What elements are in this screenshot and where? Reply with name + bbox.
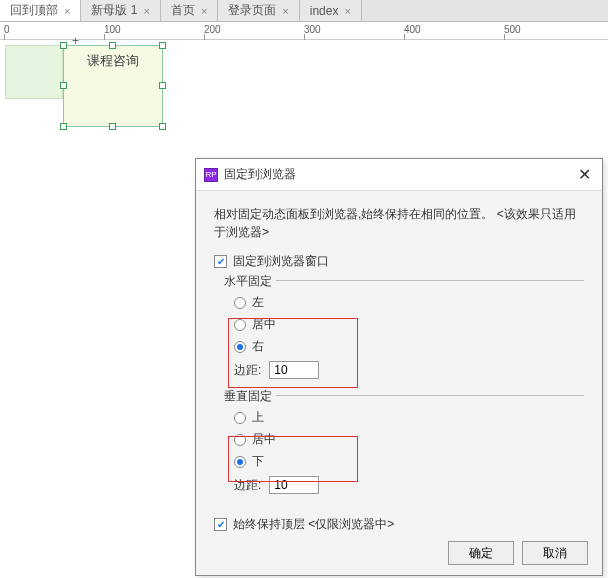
- vertical-group: 垂直固定 上 居中 下 边距:: [220, 395, 584, 500]
- close-icon[interactable]: ✕: [574, 165, 594, 184]
- radio-icon[interactable]: [234, 434, 246, 446]
- close-icon[interactable]: ×: [282, 5, 288, 17]
- tab-label: index: [310, 4, 339, 18]
- tab-label: 新母版 1: [91, 2, 137, 19]
- radio-icon[interactable]: [234, 412, 246, 424]
- cancel-button[interactable]: 取消: [522, 541, 588, 565]
- radio-h-center[interactable]: 居中: [234, 316, 584, 333]
- dialog-description: 相对固定动态面板到浏览器,始终保持在相同的位置。 <该效果只适用于浏览器>: [214, 205, 584, 241]
- resize-handle[interactable]: [109, 42, 116, 49]
- close-icon[interactable]: ×: [344, 5, 350, 17]
- shape-green[interactable]: [5, 45, 63, 99]
- radio-label: 下: [252, 453, 264, 470]
- tab-bar: 回到顶部× 新母版 1× 首页× 登录页面× index×: [0, 0, 608, 22]
- close-icon[interactable]: ×: [201, 5, 207, 17]
- radio-icon[interactable]: [234, 297, 246, 309]
- radio-label: 左: [252, 294, 264, 311]
- h-margin-input[interactable]: [269, 361, 319, 379]
- tab-label: 登录页面: [228, 2, 276, 19]
- keep-top-row[interactable]: ✔ 始终保持顶层 <仅限浏览器中>: [214, 516, 584, 533]
- radio-label: 右: [252, 338, 264, 355]
- pin-dialog: RP 固定到浏览器 ✕ 相对固定动态面板到浏览器,始终保持在相同的位置。 <该效…: [195, 158, 603, 576]
- radio-right[interactable]: 右: [234, 338, 584, 355]
- resize-handle[interactable]: [159, 42, 166, 49]
- tab-back-to-top[interactable]: 回到顶部×: [0, 0, 81, 21]
- checkbox-icon[interactable]: ✔: [214, 518, 227, 531]
- tab-index[interactable]: index×: [300, 0, 362, 21]
- radio-bottom[interactable]: 下: [234, 453, 584, 470]
- resize-handle[interactable]: [60, 82, 67, 89]
- checkbox-icon[interactable]: ✔: [214, 255, 227, 268]
- radio-v-center[interactable]: 居中: [234, 431, 584, 448]
- margin-label: 边距:: [234, 362, 261, 379]
- rotate-handle[interactable]: [72, 34, 82, 44]
- radio-icon[interactable]: [234, 319, 246, 331]
- group-label: 垂直固定: [220, 388, 276, 405]
- close-icon[interactable]: ×: [143, 5, 149, 17]
- radio-icon[interactable]: [234, 341, 246, 353]
- dialog-footer: 确定 取消: [448, 541, 588, 565]
- radio-label: 居中: [252, 431, 276, 448]
- tab-label: 回到顶部: [10, 2, 58, 19]
- resize-handle[interactable]: [60, 42, 67, 49]
- close-icon[interactable]: ×: [64, 5, 70, 17]
- app-icon: RP: [204, 168, 218, 182]
- radio-left[interactable]: 左: [234, 294, 584, 311]
- ruler-tick: 300: [304, 24, 321, 35]
- horizontal-group: 水平固定 左 居中 右 边距:: [220, 280, 584, 385]
- resize-handle[interactable]: [159, 82, 166, 89]
- margin-label: 边距:: [234, 477, 261, 494]
- h-margin-row: 边距:: [234, 361, 584, 379]
- radio-icon[interactable]: [234, 456, 246, 468]
- pin-checkbox-row[interactable]: ✔ 固定到浏览器窗口: [214, 253, 584, 270]
- radio-label: 上: [252, 409, 264, 426]
- tab-login[interactable]: 登录页面×: [218, 0, 299, 21]
- tab-master[interactable]: 新母版 1×: [81, 0, 160, 21]
- checkbox-label: 始终保持顶层 <仅限浏览器中>: [233, 516, 394, 533]
- ruler-tick: 400: [404, 24, 421, 35]
- ok-button[interactable]: 确定: [448, 541, 514, 565]
- ruler-tick: 100: [104, 24, 121, 35]
- group-label: 水平固定: [220, 273, 276, 290]
- checkbox-label: 固定到浏览器窗口: [233, 253, 329, 270]
- radio-label: 居中: [252, 316, 276, 333]
- shape-selected[interactable]: 课程咨询: [63, 45, 163, 127]
- button-label: 确定: [469, 545, 493, 562]
- ruler-tick: 500: [504, 24, 521, 35]
- resize-handle[interactable]: [109, 123, 116, 130]
- radio-top[interactable]: 上: [234, 409, 584, 426]
- resize-handle[interactable]: [159, 123, 166, 130]
- resize-handle[interactable]: [60, 123, 67, 130]
- ruler-horizontal: 0 100 200 300 400 500: [0, 22, 608, 40]
- v-margin-input[interactable]: [269, 476, 319, 494]
- shape-label: 课程咨询: [64, 52, 162, 70]
- tab-home[interactable]: 首页×: [161, 0, 218, 21]
- button-label: 取消: [543, 545, 567, 562]
- tab-label: 首页: [171, 2, 195, 19]
- dialog-titlebar[interactable]: RP 固定到浏览器 ✕: [196, 159, 602, 191]
- dialog-body: 相对固定动态面板到浏览器,始终保持在相同的位置。 <该效果只适用于浏览器> ✔ …: [196, 191, 602, 557]
- dialog-title: 固定到浏览器: [224, 166, 574, 183]
- ruler-tick: 200: [204, 24, 221, 35]
- v-margin-row: 边距:: [234, 476, 584, 494]
